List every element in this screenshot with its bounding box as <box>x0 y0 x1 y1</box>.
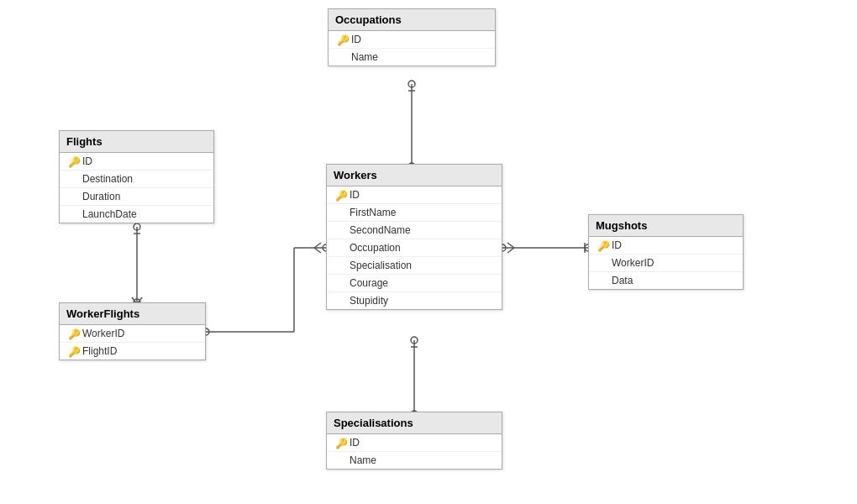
field-label: Occupation <box>350 242 495 254</box>
table-workerflights: WorkerFlights 🔑 WorkerID 🔑 FlightID <box>59 302 206 360</box>
field-workerflights-flightid: 🔑 FlightID <box>60 343 205 360</box>
table-workerflights-header: WorkerFlights <box>60 303 205 325</box>
field-occupations-id: 🔑 ID <box>329 31 495 49</box>
pk-icon: 🔑 <box>335 438 345 448</box>
svg-line-19 <box>314 248 321 253</box>
pk-icon: 🔑 <box>68 156 78 166</box>
field-label: FirstName <box>350 207 495 218</box>
field-workers-id: 🔑 ID <box>327 186 502 204</box>
field-workerflights-workerid: 🔑 WorkerID <box>60 325 205 343</box>
diagram-canvas: Occupations 🔑 ID Name Flights 🔑 ID Desti… <box>0 0 857 504</box>
table-mugshots-header: Mugshots <box>589 215 743 237</box>
field-label: ID <box>350 189 495 201</box>
field-specialisations-id: 🔑 ID <box>327 434 502 452</box>
field-mugshots-workerid: WorkerID <box>589 255 743 272</box>
field-workers-stupidity: Stupidity <box>327 292 502 309</box>
field-label: ID <box>612 239 736 251</box>
field-flights-duration: Duration <box>60 188 213 206</box>
svg-line-12 <box>507 243 514 248</box>
field-label: WorkerID <box>82 328 198 339</box>
table-specialisations-header: Specialisations <box>327 412 502 434</box>
svg-point-1 <box>408 81 415 87</box>
field-label: Destination <box>82 173 207 185</box>
table-workers-body: 🔑 ID FirstName SecondName Occupation Spe… <box>327 186 502 309</box>
svg-line-13 <box>507 248 514 253</box>
field-flights-id: 🔑 ID <box>60 153 213 171</box>
field-label: FlightID <box>82 345 198 357</box>
field-mugshots-data: Data <box>589 272 743 289</box>
pk-icon: 🔑 <box>68 328 78 339</box>
table-flights: Flights 🔑 ID Destination Duration Launch… <box>59 130 214 223</box>
field-label: ID <box>351 34 488 45</box>
field-workers-courage: Courage <box>327 275 502 292</box>
table-mugshots: Mugshots 🔑 ID WorkerID Data <box>588 214 744 290</box>
field-workers-specialisation: Specialisation <box>327 257 502 275</box>
table-workers-header: Workers <box>327 165 502 186</box>
field-label: Stupidity <box>350 295 495 307</box>
field-label: Duration <box>82 191 207 202</box>
table-workerflights-body: 🔑 WorkerID 🔑 FlightID <box>60 325 205 360</box>
pk-icon: 🔑 <box>68 346 78 356</box>
field-label: ID <box>350 437 495 449</box>
table-specialisations: Specialisations 🔑 ID Name <box>326 412 502 470</box>
svg-line-18 <box>314 243 321 248</box>
table-occupations: Occupations 🔑 ID Name <box>328 8 496 66</box>
table-flights-body: 🔑 ID Destination Duration LaunchDate <box>60 153 213 223</box>
table-workers: Workers 🔑 ID FirstName SecondName Occupa… <box>326 164 502 310</box>
field-flights-destination: Destination <box>60 171 213 188</box>
field-label: Specialisation <box>350 260 495 271</box>
field-label: Data <box>612 275 736 286</box>
table-specialisations-body: 🔑 ID Name <box>327 434 502 469</box>
field-label: LaunchDate <box>82 208 207 220</box>
field-specialisations-name: Name <box>327 452 502 469</box>
field-label: WorkerID <box>612 257 736 269</box>
table-occupations-header: Occupations <box>329 9 495 31</box>
field-label: SecondName <box>350 224 495 236</box>
field-occupations-name: Name <box>329 49 495 66</box>
svg-point-22 <box>134 223 140 230</box>
svg-point-5 <box>411 337 418 344</box>
field-label: Courage <box>350 277 495 289</box>
pk-icon: 🔑 <box>337 34 347 45</box>
field-workers-secondname: SecondName <box>327 222 502 239</box>
field-workers-occupation: Occupation <box>327 239 502 257</box>
table-occupations-body: 🔑 ID Name <box>329 31 495 66</box>
field-flights-launchdate: LaunchDate <box>60 206 213 223</box>
pk-icon: 🔑 <box>335 190 345 200</box>
table-flights-header: Flights <box>60 131 213 153</box>
field-label: Name <box>350 454 495 466</box>
field-mugshots-id: 🔑 ID <box>589 237 743 255</box>
field-workers-firstname: FirstName <box>327 204 502 222</box>
table-mugshots-body: 🔑 ID WorkerID Data <box>589 237 743 289</box>
pk-icon: 🔑 <box>597 240 607 250</box>
field-label: Name <box>351 51 488 63</box>
field-label: ID <box>82 155 207 167</box>
